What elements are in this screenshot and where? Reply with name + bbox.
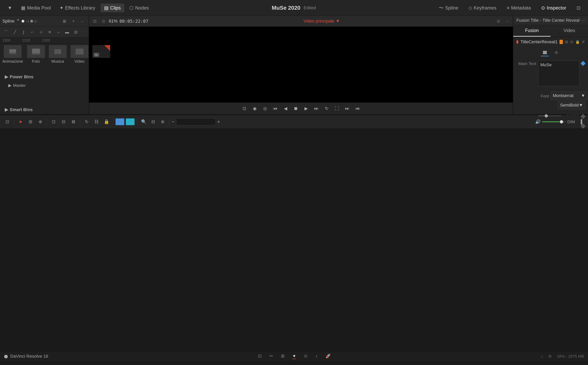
dim-label[interactable]: DIM (567, 119, 575, 124)
replace-icon[interactable]: ⊠ (69, 118, 78, 126)
zoom-fit-btn[interactable]: ⊟ (149, 118, 157, 126)
mode-controls-icon[interactable] (541, 49, 549, 56)
color-workspace-icon[interactable]: ⊙ (304, 353, 307, 359)
node-action-3[interactable]: 🔒 (575, 39, 580, 45)
select-tool[interactable]: ⊹ (37, 28, 45, 36)
stop-btn[interactable]: ⏹ (292, 105, 299, 112)
overwrite-icon[interactable]: ⊟ (59, 118, 68, 126)
go-start-btn[interactable]: ⏮ (271, 105, 279, 112)
curve-tool[interactable]: ⌒ (2, 28, 10, 36)
loop-btn[interactable]: ↻ (323, 105, 330, 112)
media-workspace-icon[interactable]: ⊡ (258, 353, 262, 359)
ripple-icon[interactable]: ⊡ (50, 118, 58, 126)
keyframes-btn[interactable]: ◇ Keyframes (465, 4, 500, 12)
smooth-tool[interactable]: ⌣ (55, 28, 62, 36)
inspector-header: Fusion Title - Title Center Reveal ··· (513, 16, 588, 25)
clip-dropdown-icon[interactable]: ▼ (336, 19, 340, 23)
nodes-btn[interactable]: ⬡ Nodes (126, 4, 152, 12)
bin-video[interactable]: Video (71, 45, 88, 68)
corner-tool[interactable]: ⌐ (28, 28, 36, 36)
monitor-icon[interactable]: ⊡ (3, 118, 12, 126)
prev-frame-btn[interactable]: ◀ (282, 105, 289, 112)
flag-cyan-btn[interactable] (126, 119, 135, 125)
timeline-minus[interactable]: − (172, 119, 175, 125)
fusion-tab[interactable]: Fusion (513, 25, 551, 37)
fullscreen-btn[interactable]: ⛶ (333, 105, 341, 112)
svg-rect-1 (9, 49, 16, 52)
delete-tool[interactable]: ✕ (46, 28, 53, 36)
bin-animazione[interactable]: Animazione (2, 45, 23, 68)
metadata-btn[interactable]: ≡ Metadata (503, 4, 534, 12)
preview-settings-icon[interactable]: ⊙ (495, 18, 502, 25)
master-bin[interactable]: ▶ Master (2, 81, 86, 89)
node-action-2[interactable]: ⊙ (570, 39, 573, 45)
font-dropdown[interactable]: Montserrat ▼ (551, 91, 588, 100)
preview-more-icon[interactable]: ··· (504, 18, 510, 25)
zoom-out-btn[interactable]: 🔍 (140, 118, 148, 126)
timeline-input[interactable] (176, 118, 216, 125)
mode-settings-icon[interactable] (552, 49, 560, 56)
spline-expand-btn[interactable]: ⊞ (61, 17, 68, 25)
more-tool[interactable]: ⊟ (72, 28, 79, 36)
spline-more-btn[interactable]: ··· (79, 17, 86, 25)
line-tool[interactable]: ╱ (11, 28, 19, 36)
spline-next-arrow[interactable]: ▷ (35, 19, 37, 23)
next-edit-btn[interactable]: ◎ (261, 105, 269, 112)
next-clip-btn[interactable]: ⏭ (343, 105, 351, 112)
effects-library-btn[interactable]: ✦ Effects Library (56, 4, 99, 12)
arrow-cursor-icon[interactable]: ➤ (16, 118, 25, 126)
play-btn[interactable]: ▶ (302, 105, 310, 112)
node-action-4[interactable]: ↺ (582, 39, 585, 45)
prev-edit-btn[interactable]: ◉ (251, 105, 258, 112)
preview-icon-2[interactable]: ⊙ (100, 18, 107, 25)
video-tab[interactable]: Video (551, 25, 588, 37)
cut-workspace-icon[interactable]: ✂ (269, 353, 273, 359)
node-action-1[interactable]: ⊟ (565, 39, 568, 45)
expand-btn[interactable]: ⊡ (573, 4, 584, 12)
home-icon[interactable]: ⌂ (541, 354, 543, 358)
timeline-plus[interactable]: + (217, 119, 220, 125)
preview-icon-1[interactable]: ⊡ (92, 18, 98, 25)
settings-icon[interactable]: ⚙ (548, 354, 552, 358)
main-text-diamond[interactable] (581, 61, 585, 66)
inspector-node-row: TitleCenterReveal1 ⊟ ⊙ 🔒 ↺ (513, 37, 588, 47)
volume-icon[interactable]: 🔊 (535, 119, 540, 124)
prev-clip-btn[interactable]: ⏮ (354, 105, 361, 112)
inspector-btn[interactable]: ⊙ Inspector (538, 4, 570, 12)
deliver-workspace-icon[interactable]: 🚀 (326, 353, 331, 359)
power-bins-header[interactable]: ▶ Power Bins (2, 72, 86, 81)
volume-slider[interactable] (542, 121, 566, 122)
spline-prev-arrow[interactable]: ◁ (26, 19, 29, 23)
dropdown-btn[interactable]: ▼ (4, 4, 16, 12)
flag-blue-btn[interactable] (115, 119, 124, 125)
edit-mode-icon[interactable]: ⊞ (26, 118, 35, 126)
fit-screen-btn[interactable]: ⊡ (241, 105, 248, 112)
font-style-dropdown[interactable]: SemiBold ▼ (558, 101, 585, 109)
fusion-workspace-icon[interactable]: ✦ (292, 353, 296, 359)
flat-tool[interactable]: ▬ (63, 28, 71, 36)
zoom-in-btn[interactable]: ⊕ (158, 118, 167, 126)
edit-workspace-icon[interactable]: ⊞ (281, 353, 284, 359)
spline-btn[interactable]: 〜 Spline (435, 3, 462, 13)
spline-zoom-btn[interactable]: + (70, 17, 77, 25)
link-icon[interactable]: ⛓ (92, 118, 101, 126)
text-size-track[interactable] (538, 115, 561, 116)
media-pool-btn[interactable]: ▦ Media Pool (17, 4, 54, 12)
smart-bins-header[interactable]: ▶ Smart Bins (2, 105, 86, 114)
bin-musica[interactable]: Musica (49, 45, 67, 68)
clips-btn[interactable]: ▤ Clips (100, 4, 124, 12)
bezier-tool[interactable]: ∫ (20, 28, 27, 36)
node-color-swatch[interactable] (560, 40, 563, 44)
insert-mode-icon[interactable]: ⊕ (36, 118, 44, 126)
zoom-level[interactable]: 61% (109, 19, 118, 24)
nav-center: MuSe 2020 Edited (154, 5, 434, 11)
inspector-more-icon[interactable]: ··· (581, 18, 585, 23)
go-end-btn[interactable]: ⏭ (313, 105, 320, 112)
bt-sep-1 (14, 118, 14, 126)
volume-thumb[interactable] (560, 120, 563, 123)
audio-workspace-icon[interactable]: ♪ (315, 353, 318, 359)
lock-icon[interactable]: 🔒 (102, 118, 111, 126)
refresh-icon[interactable]: ↻ (83, 118, 91, 126)
main-text-input[interactable]: MuSe (538, 61, 579, 86)
bin-foto[interactable]: Foto (27, 45, 45, 68)
